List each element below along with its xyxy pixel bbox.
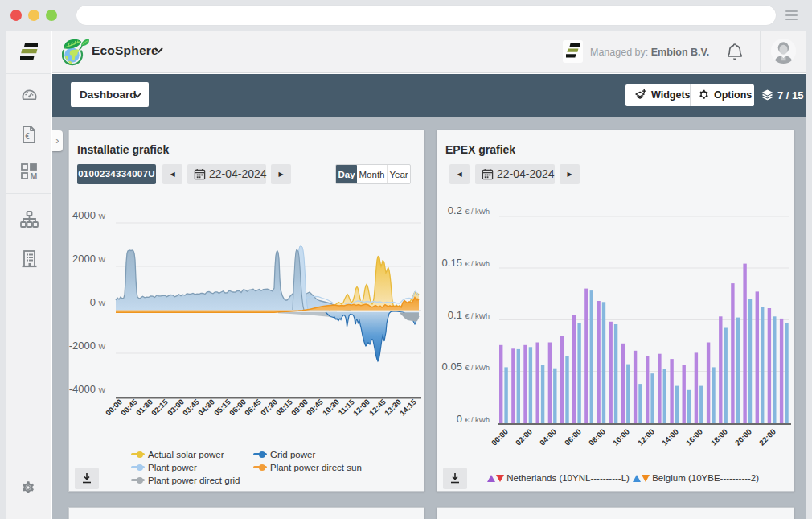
svg-text:M: M [31, 171, 38, 180]
svg-text:€: € [26, 132, 31, 141]
